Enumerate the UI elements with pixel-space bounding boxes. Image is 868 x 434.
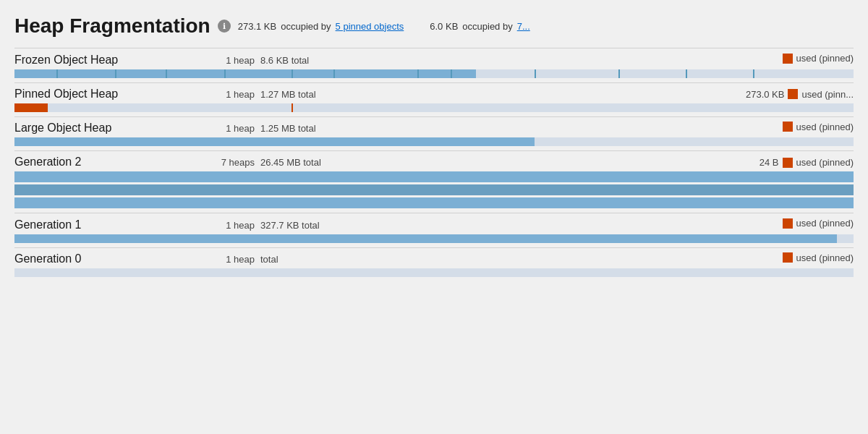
heap-name-4: Generation 1 (14, 218, 203, 231)
heap-size-4: 327.7 KB total (260, 220, 347, 231)
heap-size-1: 1.27 MB total (260, 89, 347, 100)
legend-label-4: used (pinned) (796, 218, 854, 229)
gen2-bar-row-2 (14, 197, 854, 208)
legend-box-0 (783, 54, 793, 64)
heap-section-1: Pinned Object Heap1 heap1.27 MB total273… (14, 82, 854, 112)
heap-size-5: total (260, 254, 347, 265)
legend-label-1: used (pinn... (801, 89, 854, 100)
heap-row-2: Large Object Heap1 heap1.25 MB totalused… (14, 116, 854, 138)
legend-box-2 (783, 122, 793, 132)
heap-size-0: 8.6 KB total (260, 55, 347, 66)
bar-fill-4 (14, 234, 837, 243)
legend-box-4 (783, 218, 793, 229)
occupied2-link[interactable]: 7... (517, 21, 530, 32)
heap-legend-1: 273.0 KBused (pinn... (746, 89, 854, 100)
heap-list: Frozen Object Heap1 heap8.6 KB totalused… (14, 48, 854, 277)
legend-extra-3: 24 B (760, 157, 779, 168)
legend-box-3 (783, 158, 793, 168)
tick-0-3 (224, 69, 226, 78)
heap-size-2: 1.25 MB total (260, 123, 347, 134)
tick-0-7 (451, 69, 452, 78)
heap-count-5: 1 heap (203, 254, 260, 265)
gen2-bar-row-0 (14, 171, 854, 182)
heap-row-4: Generation 11 heap327.7 KB totalused (pi… (14, 213, 854, 234)
tick-0-6 (417, 69, 419, 78)
heap-section-4: Generation 11 heap327.7 KB totalused (pi… (14, 213, 854, 243)
legend-label-5: used (pinned) (796, 252, 854, 263)
legend-box-1 (788, 89, 798, 99)
heap-name-2: Large Object Heap (14, 122, 203, 135)
heap-legend-2: used (pinned) (783, 122, 854, 132)
bar-fill-0 (14, 69, 476, 78)
heap-size-3: 26.45 MB total (260, 157, 347, 168)
heap-count-1: 1 heap (203, 89, 260, 100)
occupied2-text: occupied by (462, 21, 512, 32)
pinned-marker-1 (292, 103, 293, 112)
legend-label-0: used (pinned) (796, 53, 854, 64)
info-icon[interactable]: ℹ (218, 20, 231, 33)
heap-section-0: Frozen Object Heap1 heap8.6 KB totalused… (14, 48, 854, 78)
legend-label-3: used (pinned) (796, 157, 854, 168)
heap-section-5: Generation 01 heaptotalused (pinned) (14, 247, 854, 278)
heap-row-3: Generation 27 heaps26.45 MB total24 Buse… (14, 150, 854, 171)
heap-row-0: Frozen Object Heap1 heap8.6 KB totalused… (14, 48, 854, 69)
heap-name-0: Frozen Object Heap (14, 54, 203, 67)
tick-0-10 (686, 69, 687, 78)
heap-legend-5: used (pinned) (783, 252, 854, 263)
legend-box-5 (783, 252, 793, 263)
occupied2-size: 6.0 KB (430, 21, 458, 32)
tick-0-5 (333, 69, 335, 78)
tick-0-0 (56, 69, 58, 78)
bar-container-1 (14, 103, 854, 112)
bar-fill-1 (14, 103, 48, 112)
main-container: Heap Fragmentation ℹ 273.1 KB occupied b… (0, 0, 868, 434)
pinned-size: 273.1 KB (238, 21, 277, 32)
heap-section-3: Generation 27 heaps26.45 MB total24 Buse… (14, 150, 854, 208)
heap-row-1: Pinned Object Heap1 heap1.27 MB total273… (14, 82, 854, 103)
tick-0-4 (292, 69, 293, 78)
page-title: Heap Fragmentation (14, 14, 210, 38)
heap-legend-4: used (pinned) (783, 218, 854, 229)
pinned-occupied-text: occupied by (281, 21, 331, 32)
header-stats: 273.1 KB occupied by 5 pinned objects 6.… (238, 21, 530, 32)
heap-legend-3: 24 Bused (pinned) (760, 157, 854, 168)
tick-0-9 (618, 69, 620, 78)
heap-count-3: 7 heaps (203, 157, 260, 168)
heap-legend-0: used (pinned) (783, 53, 854, 64)
heap-count-2: 1 heap (203, 123, 260, 134)
tick-0-2 (166, 69, 167, 78)
gen2-bar-row-1 (14, 184, 854, 195)
bar-container-2 (14, 137, 854, 146)
heap-section-2: Large Object Heap1 heap1.25 MB totalused… (14, 116, 854, 147)
legend-extra-1: 273.0 KB (746, 89, 785, 100)
tick-0-11 (753, 69, 754, 78)
heap-count-4: 1 heap (203, 220, 260, 231)
tick-0-1 (115, 69, 116, 78)
bar-container-4 (14, 234, 854, 243)
bar-fill-2 (14, 137, 535, 146)
legend-label-2: used (pinned) (796, 122, 854, 132)
pinned-objects-link[interactable]: 5 pinned objects (336, 21, 404, 32)
tick-0-8 (535, 69, 536, 78)
bar-container-0 (14, 69, 854, 78)
bar-container-5 (14, 268, 854, 277)
gen2-bars (14, 171, 854, 208)
heap-name-3: Generation 2 (14, 156, 203, 169)
heap-row-5: Generation 01 heaptotalused (pinned) (14, 247, 854, 269)
heap-name-5: Generation 0 (14, 252, 203, 265)
page-header: Heap Fragmentation ℹ 273.1 KB occupied b… (14, 14, 854, 38)
heap-name-1: Pinned Object Heap (14, 88, 203, 101)
heap-count-0: 1 heap (203, 55, 260, 66)
